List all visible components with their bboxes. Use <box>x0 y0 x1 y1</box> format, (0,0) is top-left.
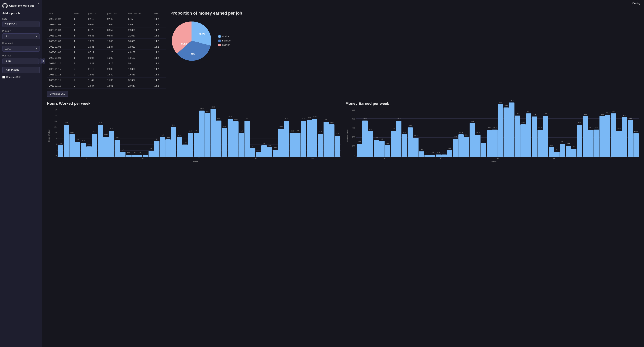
table-row: 2023-01-06110:2216:005.633314.2 <box>47 38 166 44</box>
bar-value-label: 29.63 <box>234 118 238 120</box>
deploy-button[interactable]: Deploy <box>631 1 642 6</box>
table-cell: 14.2 <box>152 38 166 44</box>
money-chart-container: Money Earned per week Money Earned 01002… <box>346 101 640 162</box>
money-y-label: Money Earned <box>346 109 349 162</box>
bar-value-label: 26.47 <box>99 122 102 124</box>
table-cell: 14.2 <box>152 44 166 50</box>
pay-rate-input[interactable] <box>2 58 39 64</box>
col-punch-in: punch in <box>86 11 105 16</box>
table-row: 2023-01-11211:4715:333.766714.2 <box>47 78 166 83</box>
punch-out-select[interactable]: 19:41 <box>2 46 40 52</box>
bar-value-label: 272.1 <box>392 128 395 129</box>
pie-label-manager: 34.5% <box>180 42 187 45</box>
pie-svg: 36.5% 34.5% 29% <box>170 20 212 62</box>
bar-value-label: 14.48 <box>166 137 170 138</box>
close-button[interactable]: × <box>36 2 40 6</box>
bar: 16.52 <box>103 137 108 156</box>
y-tick-label: 500 <box>349 109 356 111</box>
bar-value-label: 23.43 <box>279 126 283 127</box>
download-csv-button[interactable]: Download CSV <box>47 91 68 97</box>
bar-value-label: 378.5 <box>363 118 367 119</box>
table-cell: 09:09 <box>86 22 105 28</box>
table-cell: 02:13 <box>86 16 105 22</box>
bar-value-label: 338.2 <box>522 122 525 123</box>
bar-value-label: 423.5 <box>584 114 587 115</box>
punch-in-select[interactable]: 19:41 <box>2 34 40 39</box>
add-punch-button[interactable]: Add Punch <box>2 67 40 73</box>
bar: 12.5 <box>75 142 80 156</box>
date-label: Date <box>2 18 40 20</box>
table-cell: 1.9833 <box>126 44 152 50</box>
bar-value-label: 547.3 <box>499 102 502 103</box>
bar: 31.78 <box>312 118 318 156</box>
date-input[interactable] <box>2 21 40 27</box>
generate-data-checkbox[interactable] <box>2 76 5 78</box>
bar-value-label: 14.07 <box>116 137 119 138</box>
table-cell: 5.6333 <box>126 38 152 44</box>
bar-value-label: 7.85 <box>268 144 271 146</box>
bar: 19.15 <box>318 134 323 156</box>
bar: 234.5 <box>402 134 407 156</box>
legend-swatch-cashier <box>218 44 221 46</box>
bar: 378.5 <box>362 120 368 156</box>
bar-value-label: 19.5 <box>432 152 434 153</box>
table-cell: 1.9167 <box>126 55 152 61</box>
hours-x-labels: 1020304050 <box>50 158 341 160</box>
bar: 29.85 <box>301 121 306 156</box>
bar: 283.8 <box>492 130 498 156</box>
pie-section: Proportion of money earned per job 36.5% <box>170 11 640 97</box>
bar-value-label: 19.17 <box>93 131 96 132</box>
bar: 382.3 <box>628 120 633 156</box>
table-cell: 03:38 <box>86 33 105 38</box>
table-cell: 03:57 <box>105 28 126 33</box>
bar: 26.7 <box>64 125 69 156</box>
y-tick-label: 0 <box>50 154 58 156</box>
bar-value-label: 423.8 <box>600 114 604 115</box>
table-cell: 13:52 <box>86 72 105 78</box>
table-cell: 1 <box>72 44 86 50</box>
bar: 19.83 <box>239 133 244 156</box>
bar-value-label: 283.9 <box>595 127 598 128</box>
bar: 39.83 <box>210 109 216 156</box>
generate-data-group: Generate Data <box>2 76 40 78</box>
pay-rate-plus-button[interactable]: + <box>42 58 44 64</box>
table-cell: 2 <box>72 61 86 66</box>
bar-value-label: 420.6 <box>533 114 536 115</box>
bar: 245.9 <box>634 133 639 156</box>
bar-value-label: 99.4 <box>550 144 553 146</box>
bar: 54.9 <box>419 152 424 156</box>
bar-value-label: 234.5 <box>403 132 406 133</box>
punches-table: date week punch in punch out hours worke… <box>47 11 166 89</box>
bar: 1.5 <box>143 155 148 156</box>
table-cell: 2023-01-03 <box>47 28 72 33</box>
table-cell: 4.0167 <box>126 50 152 55</box>
table-cell: 1 <box>72 22 86 28</box>
table-cell: 2023-01-12 <box>47 72 72 78</box>
bar-value-label: 1.5 <box>144 152 146 154</box>
x-tick-label: 30 <box>198 158 200 160</box>
bar: 111.5 <box>566 146 571 156</box>
bar-value-label: 30.27 <box>217 118 221 119</box>
bar-value-label: 16.37 <box>161 134 164 136</box>
bar: 304.8 <box>408 128 413 156</box>
x-tick-label: 40 <box>255 158 257 160</box>
x-tick-label: 10 <box>383 158 385 160</box>
bar-value-label: 69.2 <box>448 148 451 149</box>
y-tick-label: 30 <box>50 120 58 122</box>
bar: 18.87 <box>70 134 75 156</box>
table-cell: 2 <box>72 83 86 89</box>
bar: 338.2 <box>520 124 526 156</box>
bar-value-label: 26.7 <box>65 122 68 124</box>
table-cell: 08:07 <box>86 55 105 61</box>
pay-rate-minus-button[interactable]: − <box>40 58 42 64</box>
punch-in-label: Punch in <box>2 30 40 32</box>
legend-cashier: cashier <box>218 44 231 46</box>
table-cell: 5.45 <box>126 16 152 22</box>
bar: 281.3 <box>487 130 492 156</box>
bar-value-label: 429.5 <box>516 113 519 114</box>
bar: 267.8 <box>368 131 373 156</box>
table-cell: 14.2 <box>152 16 166 22</box>
bar: 232.4 <box>458 134 464 156</box>
legend-swatch-stocker <box>218 35 221 38</box>
table-cell: 23:06 <box>105 66 126 72</box>
